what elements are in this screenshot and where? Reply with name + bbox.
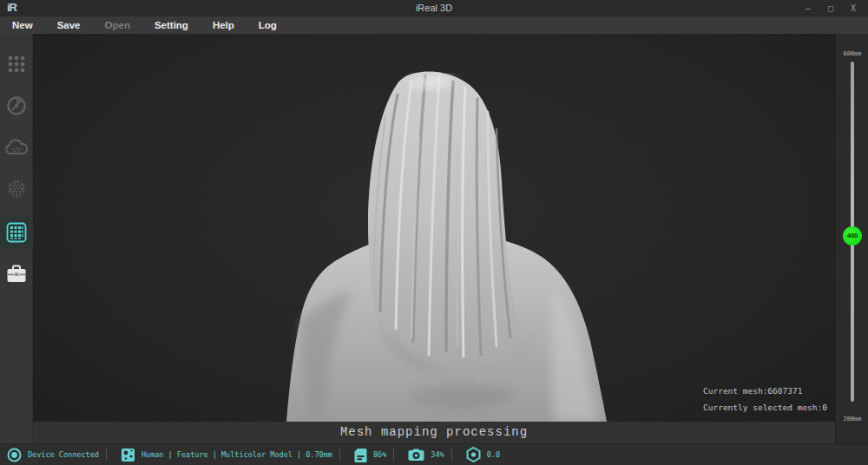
camera-group: 34% [401, 449, 444, 462]
sd-card-icon [354, 448, 367, 462]
sidebar-item-toolbox[interactable] [0, 258, 33, 291]
storage-group: 86% [347, 448, 386, 462]
menu-save[interactable]: Save [45, 16, 93, 34]
mesh-ball-icon [6, 179, 27, 200]
mesh-grid-icon [6, 222, 27, 243]
hexagon-gauge-icon [466, 447, 481, 462]
fps-group: 0.0 [459, 447, 500, 462]
scan-mode-text: Human | Feature | Multicolor Model | 0.7… [141, 450, 332, 459]
device-status-text: Device Connected [28, 450, 99, 459]
scan-gauge-icon [6, 95, 27, 116]
scan-mode-icon [121, 448, 135, 462]
menu-setting[interactable]: Setting [142, 16, 201, 34]
tool-sidebar [0, 34, 33, 443]
processing-status-bar: Mesh mapping processing [33, 422, 835, 443]
statusbar-separator [451, 449, 452, 461]
point-cloud-icon [5, 139, 28, 156]
close-button[interactable]: X [842, 0, 865, 16]
sidebar-item-mesh-active[interactable] [0, 216, 33, 249]
viewport-3d[interactable]: Current mesh:6607371 Currently selected … [33, 34, 835, 422]
statusbar-separator [393, 449, 394, 461]
scan-mode-group: Human | Feature | Multicolor Model | 0.7… [114, 448, 332, 462]
maximize-button[interactable]: □ [819, 0, 842, 16]
sidebar-item-meshball[interactable] [0, 173, 33, 206]
minimize-button[interactable]: – [797, 0, 819, 16]
camera-percent-text: 34% [431, 450, 444, 459]
window-title: iReal 3D [0, 3, 868, 13]
storage-percent-text: 86% [373, 450, 386, 459]
menu-log[interactable]: Log [247, 16, 289, 34]
device-status-group: Device Connected [0, 448, 99, 462]
scanned-model [33, 34, 835, 422]
ireal3d-window: iR iReal 3D – □ X New Save Open Setting … [0, 0, 868, 465]
current-mesh-label: Current mesh:6607371 [703, 383, 827, 399]
sidebar-item-pointcloud[interactable] [0, 131, 33, 164]
mesh-stats-overlay: Current mesh:6607371 Currently selected … [703, 383, 827, 416]
selected-mesh-label: Currently selected mesh:0 [703, 399, 827, 416]
record-circle-icon [7, 448, 22, 462]
statusbar-separator [106, 449, 107, 461]
status-bar: Device Connected Human | Feature | Multi… [0, 443, 868, 465]
toolbox-icon [6, 265, 27, 284]
menu-help[interactable]: Help [201, 16, 247, 34]
menu-new[interactable]: New [0, 16, 45, 34]
range-min-label: 200mm [836, 416, 868, 422]
sidebar-item-scan[interactable] [0, 89, 33, 122]
range-slider-panel: 600mm 400 200mm [835, 34, 868, 443]
sidebar-item-apps[interactable] [0, 48, 33, 81]
statusbar-separator [339, 449, 340, 461]
apps-grid-icon [7, 55, 26, 74]
title-bar: iR iReal 3D – □ X [0, 0, 868, 16]
range-max-label: 600mm [836, 50, 868, 57]
menu-bar: New Save Open Setting Help Log [0, 16, 868, 34]
camera-icon [408, 449, 424, 462]
menu-open[interactable]: Open [93, 16, 142, 34]
fps-text: 0.0 [487, 450, 500, 459]
range-slider-thumb[interactable]: 400 [843, 226, 862, 246]
